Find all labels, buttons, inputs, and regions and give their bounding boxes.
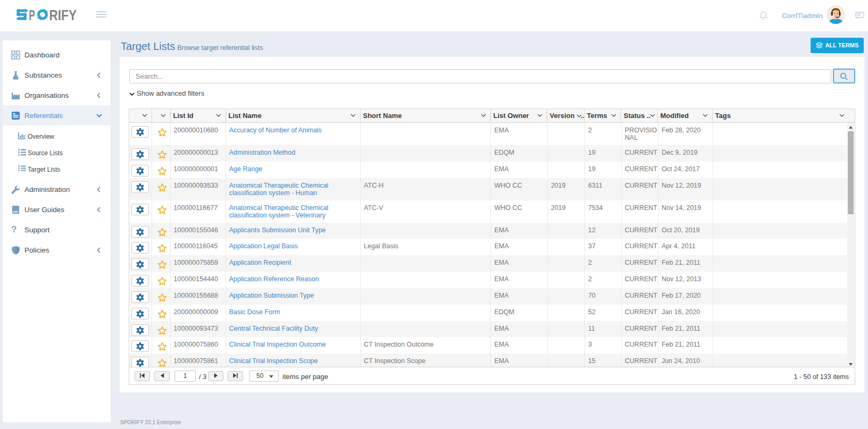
svg-text:P: P [29,7,35,23]
svg-text:RIFY: RIFY [49,7,77,23]
